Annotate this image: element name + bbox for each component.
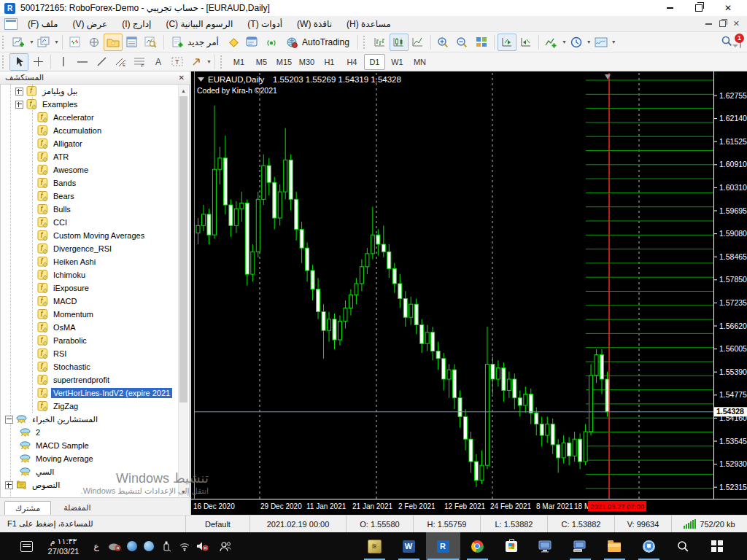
mdi-restore-icon[interactable]: [719, 20, 726, 27]
periods-caret-icon[interactable]: ▼: [587, 39, 592, 44]
price-chart[interactable]: 1.627551.621401.615251.609101.603101.596…: [191, 71, 747, 515]
nav-item[interactable]: fATR: [1, 150, 189, 163]
taskbar-clock[interactable]: ١١:٣٣ م 27/03/21: [41, 532, 86, 560]
tree-expander-icon[interactable]: [5, 481, 13, 489]
nav-item[interactable]: fبيل ويليامز: [1, 85, 189, 98]
taskbar-app-remote-pc[interactable]: [529, 532, 563, 560]
nav-item[interactable]: fCCI: [1, 216, 189, 229]
timeframe-mn[interactable]: MN: [409, 54, 430, 70]
taskbar-app-store[interactable]: [495, 532, 529, 560]
menu-insert[interactable]: إدارج (I): [115, 18, 158, 31]
horizontal-line-button[interactable]: [73, 53, 92, 71]
zoom-out-button[interactable]: [453, 34, 472, 51]
new-chart-caret-icon[interactable]: ▼: [29, 39, 34, 44]
onedrive-error-icon[interactable]: [107, 532, 123, 560]
nav-item[interactable]: السي: [1, 465, 189, 478]
signals-button[interactable]: [262, 34, 281, 51]
menu-window[interactable]: نافذة (W): [290, 18, 339, 31]
menu-tools[interactable]: أدوات (T): [240, 18, 290, 31]
taskbar-app-search[interactable]: [666, 532, 700, 560]
scroll-down-icon[interactable]: ▼: [179, 486, 188, 497]
data-window-button[interactable]: [123, 34, 142, 51]
nav-item[interactable]: fAccelerator: [1, 111, 189, 124]
timeframe-h1[interactable]: H1: [319, 54, 340, 70]
taskbar-app-pc-keyboard[interactable]: [563, 532, 597, 560]
nav-item[interactable]: MACD Sample: [1, 439, 189, 452]
nav-item[interactable]: fMACD: [1, 295, 189, 308]
taskbar-app-chromium[interactable]: [632, 532, 666, 560]
notifications-button[interactable]: 1: [740, 37, 741, 47]
usb-icon[interactable]: [158, 532, 174, 560]
channel-button[interactable]: E: [111, 53, 130, 71]
action-center-button[interactable]: [13, 532, 39, 560]
mdi-minimize-icon[interactable]: [705, 23, 712, 25]
favorites-button[interactable]: [104, 34, 123, 51]
autotrading-button[interactable]: AutoTrading: [281, 34, 355, 50]
new-chart-button[interactable]: [9, 34, 28, 51]
arrows-caret-icon[interactable]: ▼: [206, 59, 212, 64]
nav-item[interactable]: المستشارين الخبراء: [1, 413, 189, 426]
edge-icon[interactable]: [124, 532, 140, 560]
timeframe-h4[interactable]: H4: [341, 54, 363, 70]
chart-shift-button[interactable]: [66, 34, 85, 51]
periods-button[interactable]: [567, 34, 586, 51]
timeframe-m1[interactable]: M1: [228, 54, 249, 70]
templates-button[interactable]: [592, 34, 611, 51]
scrollbar-thumb[interactable]: [179, 96, 187, 402]
profiles-button[interactable]: [34, 34, 53, 51]
taskbar-app-file-explorer[interactable]: [597, 532, 632, 560]
nav-item[interactable]: fIchimoku: [1, 268, 189, 281]
strategy-tester-button[interactable]: [142, 34, 160, 51]
nav-item[interactable]: fBulls: [1, 203, 189, 216]
text-tool-button[interactable]: A: [149, 53, 168, 71]
auto-scroll-button[interactable]: [85, 34, 104, 51]
scroll-up-icon[interactable]: ▲: [179, 85, 188, 96]
nav-item[interactable]: fiExposure: [1, 281, 189, 295]
nav-item[interactable]: 2: [1, 426, 189, 439]
step-back-button[interactable]: [516, 34, 535, 51]
nav-item[interactable]: Moving Average: [1, 452, 189, 465]
nav-item[interactable]: fStochastic: [1, 360, 189, 373]
indicators-button[interactable]: [542, 34, 561, 51]
menu-help[interactable]: مساعدة (H): [339, 18, 398, 31]
nav-item[interactable]: fAlligator: [1, 137, 189, 150]
search-button[interactable]: [721, 35, 732, 49]
candlestick-button[interactable]: [390, 34, 409, 51]
minimize-button[interactable]: [655, 0, 684, 16]
nav-item[interactable]: fZigZag: [1, 400, 189, 413]
nav-item[interactable]: النصوص: [1, 478, 189, 491]
menu-charts[interactable]: الرسوم البيانية (C): [158, 18, 240, 31]
templates-caret-icon[interactable]: ▼: [611, 39, 616, 44]
mdi-close-icon[interactable]: ✕: [733, 20, 740, 28]
nav-item[interactable]: fAwesome: [1, 163, 189, 176]
terminal-button[interactable]: [243, 34, 262, 51]
bar-chart-button[interactable]: [371, 34, 390, 51]
fibonacci-button[interactable]: F: [130, 53, 149, 71]
wifi-icon[interactable]: [177, 532, 193, 560]
timeframe-d1[interactable]: D1: [364, 54, 385, 70]
toolbar-grip[interactable]: [2, 36, 7, 49]
tree-expander-icon[interactable]: [15, 101, 23, 109]
tab-common[interactable]: مشترك: [4, 501, 51, 516]
nav-item[interactable]: fDivergence_RSI: [1, 242, 189, 255]
timeframe-m15[interactable]: M15: [274, 54, 295, 70]
profiles-caret-icon[interactable]: ▼: [54, 39, 59, 44]
arrows-tool-button[interactable]: [187, 53, 206, 71]
trendline-button[interactable]: [92, 53, 111, 71]
close-button[interactable]: ✕: [713, 0, 743, 16]
label-tool-button[interactable]: T: [168, 53, 187, 71]
nav-item[interactable]: fParabolic: [1, 334, 189, 347]
nav-item[interactable]: fRSI: [1, 347, 189, 360]
nav-item[interactable]: fBands: [1, 176, 189, 190]
language-indicator[interactable]: ع: [88, 532, 105, 560]
nav-item[interactable]: fCustom Moving Averages: [1, 229, 189, 242]
taskbar-app-roboforex[interactable]: R: [426, 532, 460, 560]
tree-expander-icon[interactable]: [5, 416, 13, 424]
timeframe-m5[interactable]: M5: [251, 54, 272, 70]
navigator-close-icon[interactable]: ✕: [179, 74, 185, 82]
nav-item[interactable]: fsupertrendprofit: [1, 373, 189, 386]
menu-file[interactable]: ملف (F): [20, 18, 66, 31]
taskbar-app-word[interactable]: W: [392, 532, 426, 560]
restore-button[interactable]: [684, 0, 713, 16]
nav-item[interactable]: fAccumulation: [1, 124, 189, 137]
